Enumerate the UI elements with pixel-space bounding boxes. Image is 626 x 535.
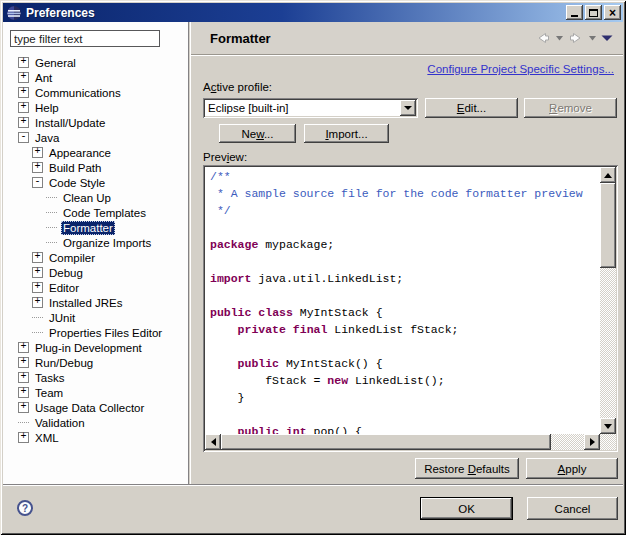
expand-icon[interactable]: + [18, 402, 29, 413]
tree-item-formatter[interactable]: Formatter [3, 220, 188, 235]
import-button[interactable]: Import... [304, 124, 389, 143]
tree-item-editor[interactable]: +Editor [3, 280, 188, 295]
expand-icon[interactable]: + [18, 57, 29, 68]
tree-item-usage-data-collector[interactable]: +Usage Data Collector [3, 400, 188, 415]
back-button[interactable] [535, 31, 551, 45]
forward-history-dropdown[interactable] [589, 36, 596, 41]
expand-icon[interactable]: + [18, 87, 29, 98]
tree-item-debug[interactable]: +Debug [3, 265, 188, 280]
filter-input[interactable] [10, 30, 160, 47]
profile-dropdown-button[interactable] [400, 100, 416, 116]
tree-item-label[interactable]: Communications [33, 86, 123, 100]
tree-item-label[interactable]: Run/Debug [33, 356, 95, 370]
tree-item-label[interactable]: Clean Up [61, 191, 113, 205]
expand-icon[interactable]: + [32, 282, 43, 293]
tree-item-java[interactable]: -Java [3, 130, 188, 145]
tree-item-help[interactable]: +Help [3, 100, 188, 115]
tree-item-label[interactable]: Code Templates [61, 206, 148, 220]
view-menu-button[interactable] [601, 35, 613, 42]
tree-item-label[interactable]: Java [33, 131, 61, 145]
horizontal-scroll-thumb[interactable] [221, 434, 551, 450]
expand-icon[interactable]: + [18, 72, 29, 83]
vertical-scrollbar[interactable] [600, 167, 616, 434]
tree-item-organize-imports[interactable]: Organize Imports [3, 235, 188, 250]
tree-item-label[interactable]: Plug-in Development [33, 341, 144, 355]
remove-button[interactable]: Remove [524, 98, 617, 118]
collapse-icon[interactable]: - [32, 177, 43, 188]
tree-item-label[interactable]: Formatter [61, 221, 115, 235]
minimize-button[interactable] [566, 5, 583, 20]
tree-item-run-debug[interactable]: +Run/Debug [3, 355, 188, 370]
expand-icon[interactable]: + [32, 147, 43, 158]
help-button[interactable]: ? [17, 500, 33, 516]
tree-item-code-style[interactable]: -Code Style [3, 175, 188, 190]
apply-button[interactable]: Apply [526, 458, 618, 479]
titlebar[interactable]: Preferences × [3, 3, 623, 22]
tree-item-appearance[interactable]: +Appearance [3, 145, 188, 160]
restore-defaults-button[interactable]: Restore Defaults [415, 458, 519, 479]
tree-item-label[interactable]: Usage Data Collector [33, 401, 146, 415]
tree-item-xml[interactable]: +XML [3, 430, 188, 445]
profile-select[interactable]: Eclipse [built-in] [203, 98, 418, 118]
tree-item-label[interactable]: Organize Imports [61, 236, 153, 250]
tree-item-label[interactable]: Ant [33, 71, 54, 85]
scroll-down-button[interactable] [600, 418, 616, 434]
expand-icon[interactable]: + [18, 432, 29, 443]
tree-item-communications[interactable]: +Communications [3, 85, 188, 100]
tree-item-label[interactable]: XML [33, 431, 61, 445]
expand-icon[interactable]: + [18, 357, 29, 368]
horizontal-scrollbar[interactable] [205, 434, 600, 450]
configure-project-settings-link[interactable]: Configure Project Specific Settings... [427, 63, 614, 75]
edit-button[interactable]: Edit... [425, 98, 518, 118]
tree-item-label[interactable]: Properties Files Editor [47, 326, 164, 340]
tree-item-plug-in-development[interactable]: +Plug-in Development [3, 340, 188, 355]
tree-item-install-update[interactable]: +Install/Update [3, 115, 188, 130]
tree-item-label[interactable]: Help [33, 101, 61, 115]
vertical-scroll-thumb[interactable] [600, 183, 616, 268]
tree-item-label[interactable]: Installed JREs [47, 296, 125, 310]
tree-item-label[interactable]: Install/Update [33, 116, 107, 130]
new-button[interactable]: New... [219, 124, 296, 143]
tree-item-properties-files-editor[interactable]: Properties Files Editor [3, 325, 188, 340]
expand-icon[interactable]: + [32, 162, 43, 173]
maximize-button[interactable] [585, 5, 602, 20]
expand-icon[interactable]: + [18, 387, 29, 398]
expand-icon[interactable]: + [32, 297, 43, 308]
tree-item-label[interactable]: Team [33, 386, 65, 400]
tree-item-label[interactable]: Appearance [47, 146, 113, 160]
tree-item-clean-up[interactable]: Clean Up [3, 190, 188, 205]
tree-item-general[interactable]: +General [3, 55, 188, 70]
tree-item-label[interactable]: Code Style [47, 176, 107, 190]
close-button[interactable]: × [604, 5, 621, 20]
scroll-right-button[interactable] [584, 434, 600, 450]
tree-item-label[interactable]: Tasks [33, 371, 66, 385]
expand-icon[interactable]: + [18, 117, 29, 128]
scroll-left-button[interactable] [205, 434, 221, 450]
tree-item-label[interactable]: Debug [47, 266, 85, 280]
scroll-up-button[interactable] [600, 167, 616, 183]
tree-item-label[interactable]: Validation [33, 416, 87, 430]
tree-item-label[interactable]: JUnit [47, 311, 77, 325]
tree-item-compiler[interactable]: +Compiler [3, 250, 188, 265]
back-history-dropdown[interactable] [556, 36, 563, 41]
ok-button[interactable]: OK [420, 497, 513, 520]
expand-icon[interactable]: + [18, 102, 29, 113]
collapse-icon[interactable]: - [18, 132, 29, 143]
expand-icon[interactable]: + [18, 342, 29, 353]
tree-item-label[interactable]: Build Path [47, 161, 103, 175]
expand-icon[interactable]: + [32, 252, 43, 263]
tree-item-code-templates[interactable]: Code Templates [3, 205, 188, 220]
expand-icon[interactable]: + [32, 267, 43, 278]
tree-item-team[interactable]: +Team [3, 385, 188, 400]
tree-item-build-path[interactable]: +Build Path [3, 160, 188, 175]
tree-item-installed-jres[interactable]: +Installed JREs [3, 295, 188, 310]
tree-item-label[interactable]: General [33, 56, 78, 70]
forward-button[interactable] [568, 31, 584, 45]
tree-item-validation[interactable]: Validation [3, 415, 188, 430]
expand-icon[interactable]: + [18, 372, 29, 383]
tree-item-ant[interactable]: +Ant [3, 70, 188, 85]
cancel-button[interactable]: Cancel [527, 497, 618, 520]
tree-item-label[interactable]: Editor [47, 281, 81, 295]
tree-item-junit[interactable]: JUnit [3, 310, 188, 325]
tree-item-tasks[interactable]: +Tasks [3, 370, 188, 385]
